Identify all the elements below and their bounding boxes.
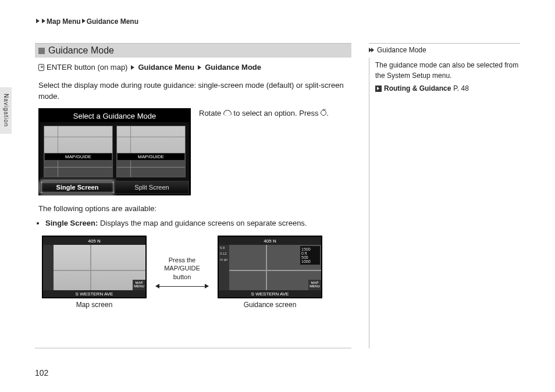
guidance-screen-block: 405 N 9.8 0:12 to go 1500 0 ft 500 1000 xyxy=(218,236,322,309)
triangle-icon xyxy=(42,19,45,23)
reference-label: Routing & Guidance xyxy=(384,83,451,94)
option-label: Single Screen: xyxy=(45,219,98,227)
option-text: Displays the map and guidance screens on… xyxy=(100,219,307,227)
breadcrumb-part1: Map Menu xyxy=(47,17,81,26)
map-screen-caption: Map screen xyxy=(42,301,147,309)
triangle-icon xyxy=(198,65,201,70)
rotate-instruction: Rotate to select an option. Press . xyxy=(199,108,348,119)
square-bullet-icon xyxy=(38,48,45,54)
thumb-label: MAP/GUIDE xyxy=(44,153,112,161)
arrow-text1: Press the xyxy=(156,256,208,264)
btn-split-screen: Split Screen xyxy=(115,181,189,194)
thumb-single: MAP/GUIDE xyxy=(44,126,113,177)
triangle-icon xyxy=(82,19,86,23)
breadcrumb-part2: Guidance Menu xyxy=(87,17,138,26)
map-screen-block: 405 N S WESTERN AVE MAP MENU Map screen xyxy=(42,236,147,309)
side-note-text: The guidance mode can also be selected f… xyxy=(375,60,520,81)
intro-text: Select the display mode during route gui… xyxy=(35,76,351,105)
triangle-icon xyxy=(36,19,40,23)
reference-link: Routing & Guidance P. 48 xyxy=(375,83,520,94)
guidance-screen-shot: 405 N 9.8 0:12 to go 1500 0 ft 500 1000 xyxy=(218,236,322,298)
screenshot-title: Select a Guidance Mode xyxy=(40,110,189,122)
arrow-right-icon xyxy=(205,284,209,288)
path-step2: Guidance Mode xyxy=(205,62,261,73)
side-note-heading: Guidance Mode xyxy=(369,45,520,58)
enter-button-icon xyxy=(38,64,44,71)
reference-icon xyxy=(375,85,382,92)
breadcrumb: Map MenuGuidance Menu xyxy=(35,17,520,26)
reference-page: P. 48 xyxy=(453,83,468,94)
south-road-label: S WESTERN AVE xyxy=(251,291,289,297)
distance-panel: 1500 0 ft 500 1000 xyxy=(300,246,320,265)
south-road-label: S WESTERN AVE xyxy=(76,291,113,297)
btn-single-screen: Single Screen xyxy=(40,181,115,194)
rotate-dial-icon xyxy=(223,110,232,116)
guidance-mode-screenshot: Select a Guidance Mode MAP/GUIDE MAP/GUI… xyxy=(38,108,191,195)
side-tab-label: Navigation xyxy=(3,94,9,127)
main-column: Guidance Mode ENTER button (on map) Guid… xyxy=(35,43,351,348)
options-intro: The following options are available: xyxy=(35,199,351,217)
map-menu-corner: MAP MENU xyxy=(308,280,321,290)
path-step1: Guidance Menu xyxy=(138,62,194,73)
toggle-arrow: Press the MAP/GUIDE button xyxy=(156,256,208,289)
arrow-text2: MAP/GUIDE xyxy=(156,264,208,272)
triangle-icon xyxy=(131,65,134,70)
path-prefix: ENTER button (on map) xyxy=(47,62,127,73)
press-dial-icon xyxy=(321,110,326,116)
section-title: Guidance Mode xyxy=(48,45,114,56)
option-single-screen: Single Screen: Displays the map and guid… xyxy=(45,219,348,227)
map-menu-corner: MAP MENU xyxy=(133,280,145,290)
arrow-text3: button xyxy=(156,273,208,281)
side-tab-navigation: Navigation xyxy=(0,87,12,134)
section-header: Guidance Mode xyxy=(35,44,351,58)
thumb-label: MAP/GUIDE xyxy=(117,153,185,161)
road-label: 405 N xyxy=(264,238,276,244)
road-label: 405 N xyxy=(88,238,100,244)
page-number: 102 xyxy=(35,368,48,377)
arrow-left-icon xyxy=(155,284,159,288)
guidance-screen-caption: Guidance screen xyxy=(218,301,322,309)
nav-path: ENTER button (on map) Guidance Menu Guid… xyxy=(35,58,351,76)
double-chevron-icon xyxy=(369,47,375,53)
thumb-split: MAP/GUIDE xyxy=(116,126,186,177)
map-screen-shot: 405 N S WESTERN AVE MAP MENU xyxy=(42,236,147,298)
side-note-column: Guidance Mode The guidance mode can also… xyxy=(369,43,520,348)
